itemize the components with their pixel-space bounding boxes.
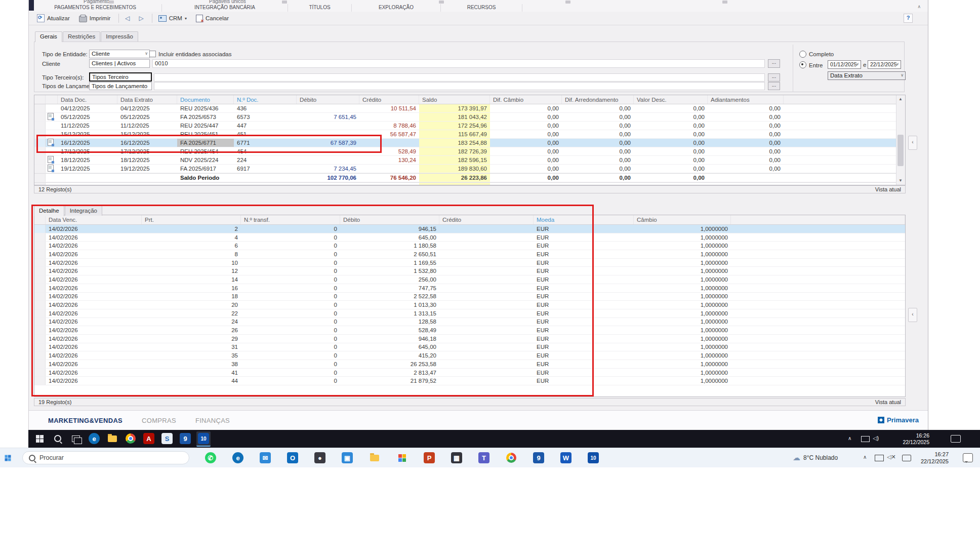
completo-radio[interactable] <box>799 51 806 58</box>
camera-icon[interactable]: ▣ <box>340 451 354 465</box>
detail-row[interactable]: 14/02/202644021 879,52EUR1,0000000 <box>34 377 905 385</box>
detail-row[interactable]: 14/02/2026260528,49EUR1,0000000 <box>34 326 905 335</box>
column-header-data_doc[interactable]: Data Doc. <box>58 95 117 104</box>
powerpoint-icon[interactable]: P <box>422 451 436 465</box>
row-selector[interactable] <box>34 326 46 334</box>
widgets-icon[interactable] <box>3 453 12 462</box>
detail-row[interactable]: 14/02/20261201 532,80EUR1,0000000 <box>34 267 905 275</box>
detail-row[interactable]: 14/02/2026160747,75EUR1,0000000 <box>34 284 905 293</box>
edge-icon[interactable]: e <box>231 451 245 465</box>
scroll-down-arrow[interactable]: ▼ <box>896 177 905 185</box>
detail-column-header-prt[interactable]: Prt. <box>142 215 241 224</box>
detail-column-header-moeda[interactable]: Moeda <box>534 215 634 224</box>
detail-tab-integração[interactable]: Integração <box>65 206 102 216</box>
date-from-select[interactable]: 01/12/2025∨ <box>828 60 861 69</box>
outlook-icon[interactable]: O <box>285 451 300 465</box>
row-selector[interactable] <box>34 113 46 121</box>
ribbon-group-label-4[interactable]: RECURSOS <box>441 4 522 12</box>
table-row[interactable]: 04/12/202504/12/2025REU 2025/43643610 51… <box>34 104 905 113</box>
file-explorer-icon[interactable] <box>105 431 119 446</box>
detail-column-header-venc[interactable]: Data Venc. <box>46 215 142 224</box>
scroll-up-arrow[interactable]: ▲ <box>896 95 905 103</box>
column-header-credito[interactable]: Crédito <box>359 95 419 104</box>
row-selector[interactable] <box>34 250 46 258</box>
start-icon[interactable] <box>32 431 47 446</box>
remote-app-10-icon[interactable]: 10 <box>586 451 600 465</box>
ribbon-group-label-2[interactable]: TÍTULOS <box>288 4 352 12</box>
table-row[interactable]: 16/12/202516/12/2025FA 2025/6771677167 5… <box>34 139 905 147</box>
row-selector[interactable] <box>34 293 46 301</box>
row-selector[interactable] <box>34 275 46 284</box>
row-selector[interactable] <box>34 377 46 385</box>
detail-column-header-cred[interactable]: Crédito <box>439 215 534 224</box>
column-header-n_doc[interactable]: N.º Doc. <box>234 95 297 104</box>
row-selector[interactable] <box>34 233 46 242</box>
nav-item-compras[interactable]: COMPRAS <box>142 417 176 424</box>
keyboard-tray-icon[interactable] <box>902 455 911 461</box>
tipo-terceiro-field[interactable] <box>154 73 765 82</box>
table-row[interactable]: 05/12/202505/12/2025FA 2025/657365737 65… <box>34 113 905 122</box>
date-to-select[interactable]: 22/12/2025∨ <box>868 60 901 69</box>
task-view-icon[interactable] <box>69 431 83 446</box>
crm-dropdown-button[interactable]: CRM ▾ <box>156 14 189 23</box>
column-header-debito[interactable]: Débito <box>297 95 359 104</box>
column-header-saldo[interactable]: Saldo <box>419 95 490 104</box>
tipos-lancamento-lookup-button[interactable]: ... <box>768 82 780 90</box>
whatsapp-icon[interactable]: ✆ <box>203 451 218 465</box>
mail-icon[interactable]: ✉ <box>258 451 272 465</box>
row-selector[interactable] <box>34 139 46 147</box>
column-header-data_extrato[interactable]: Data Extrato <box>117 95 177 104</box>
touch-keyboard-icon[interactable] <box>951 435 961 443</box>
row-selector[interactable] <box>34 284 46 292</box>
detail-row[interactable]: 14/02/20264102 813,47EUR1,0000000 <box>34 369 905 377</box>
acrobat-icon[interactable]: A <box>142 431 156 446</box>
detail-row[interactable]: 14/02/2026601 180,58EUR1,0000000 <box>34 242 905 250</box>
collapse-panel-handle[interactable]: ‹ <box>908 136 917 150</box>
column-header-documento[interactable]: Documento <box>177 95 234 104</box>
row-selector[interactable] <box>34 147 46 155</box>
teams-icon[interactable]: T <box>477 451 491 465</box>
network-tray-icon[interactable] <box>861 436 870 442</box>
ribbon-group-label-3[interactable]: EXPLORAÇÃO <box>352 4 441 12</box>
clock[interactable]: 16:2622/12/2025 <box>889 432 929 446</box>
column-header-dif_cambio[interactable]: Dif. Câmbio <box>490 95 562 104</box>
row-selector[interactable] <box>34 156 46 164</box>
search-icon[interactable] <box>51 431 65 446</box>
photos-icon[interactable] <box>395 451 409 465</box>
ribbon-collapse-icon[interactable]: ∧ <box>917 4 921 9</box>
table-row[interactable]: 19/12/202519/12/2025FA 2025/691769177 23… <box>34 165 905 173</box>
detail-column-header-transf[interactable]: N.º transf. <box>241 215 340 224</box>
cliente-lookup-button[interactable]: ... <box>768 59 780 68</box>
row-selector[interactable] <box>34 301 46 309</box>
tray-chevron-icon[interactable]: ∧ <box>848 435 851 441</box>
row-selector[interactable] <box>34 343 46 351</box>
row-selector[interactable] <box>34 122 46 130</box>
incluir-entidades-checkbox[interactable] <box>149 51 156 57</box>
detail-row[interactable]: 14/02/2026290946,18EUR1,0000000 <box>34 335 905 343</box>
detail-column-header-deb[interactable]: Débito <box>340 215 439 224</box>
tipos-lancamento-field[interactable] <box>154 82 765 90</box>
detail-row[interactable]: 14/02/20261802 522,58EUR1,0000000 <box>34 293 905 301</box>
tipo-terceiro-lookup-button[interactable]: ... <box>768 73 780 82</box>
remote-app-9-icon[interactable]: 9 <box>532 451 546 465</box>
comment-bubble-icon[interactable] <box>963 453 973 462</box>
search-input[interactable]: Procurar <box>22 451 189 464</box>
volume-muted-icon[interactable]: ◁✕ <box>887 454 896 460</box>
tipo-terceiro-input[interactable]: Tipos Terceiro <box>89 72 152 82</box>
tab-restrições[interactable]: Restrições <box>63 31 100 42</box>
detail-column-header-cambio[interactable]: Câmbio <box>634 215 731 224</box>
nav-item-marketingvendas[interactable]: MARKETING&VENDAS <box>48 417 123 424</box>
row-selector[interactable] <box>34 318 46 326</box>
detail-row[interactable]: 14/02/20261001 169,55EUR1,0000000 <box>34 259 905 267</box>
detail-row[interactable]: 14/02/2026310645,00EUR1,0000000 <box>34 343 905 352</box>
cliente-input[interactable]: 0010 <box>152 59 765 68</box>
table-row[interactable]: 11/12/202511/12/2025REU 2025/4474478 788… <box>34 122 905 130</box>
row-selector[interactable] <box>34 259 46 267</box>
row-selector[interactable] <box>34 351 46 360</box>
column-header-dif_arred[interactable]: Dif. Arredondamento <box>562 95 634 104</box>
chrome-icon[interactable] <box>504 451 518 465</box>
next-button[interactable]: ▷ <box>137 14 146 23</box>
vertical-scrollbar[interactable]: ▲▼ <box>896 95 905 185</box>
row-selector[interactable] <box>34 360 46 368</box>
row-selector[interactable] <box>34 242 46 250</box>
